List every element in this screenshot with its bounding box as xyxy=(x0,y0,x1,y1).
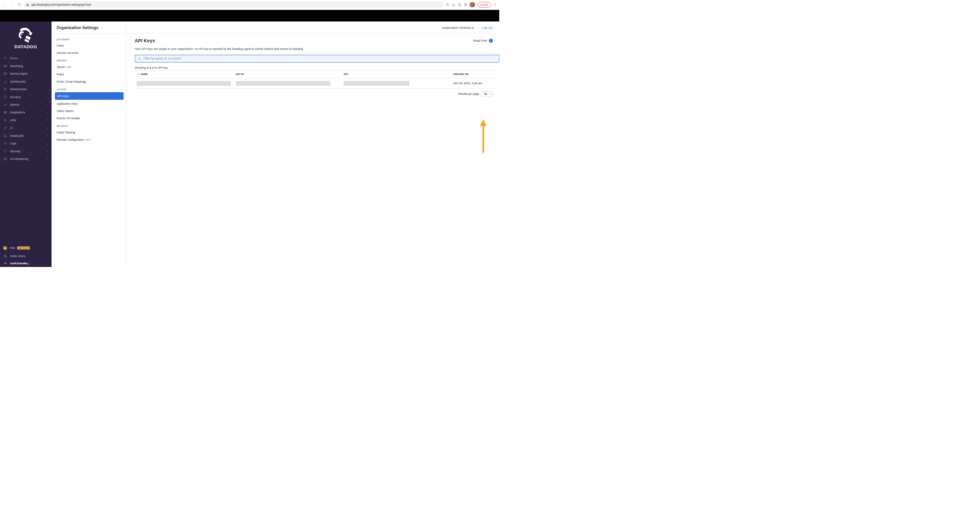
settings-item-events-api-emails[interactable]: Events API Emails xyxy=(51,115,126,122)
settings-title[interactable]: Organization Settings xyxy=(51,21,126,34)
nav-item-label: Go to... xyxy=(10,56,19,60)
nav-item-notebooks[interactable]: Notebooks▸ xyxy=(0,132,51,139)
nav-forward-button[interactable] xyxy=(9,2,14,8)
nav-item-dashboards[interactable]: Dashboards▸ xyxy=(0,78,51,85)
nav-item-apm[interactable]: APM▸ xyxy=(0,116,51,124)
settings-group-title: ACCOUNTS xyxy=(51,35,126,42)
nav-item-metrics[interactable]: Metrics▸ xyxy=(0,101,51,108)
nav-item-go-to-[interactable]: Go to... xyxy=(0,54,51,62)
search-field[interactable] xyxy=(135,55,500,62)
book-icon xyxy=(3,134,7,137)
search-input[interactable] xyxy=(143,57,496,60)
settings-item-application-keys[interactable]: Application Keys xyxy=(51,100,126,107)
nav-invite-users[interactable]: Invite Users xyxy=(0,252,51,260)
help-icon[interactable]: ? xyxy=(489,39,493,42)
col-key-header[interactable]: KEY xyxy=(344,73,453,76)
nav-item-monitors[interactable]: Monitors▸ xyxy=(0,93,51,101)
nav-item-label: Integrations xyxy=(10,111,25,114)
nav-item-label: Logs xyxy=(10,142,16,145)
bars-icon xyxy=(3,118,7,122)
table-footer: Results per page: 50 xyxy=(135,89,500,97)
svg-point-25 xyxy=(4,158,6,160)
chevron-right-icon: ▸ xyxy=(47,96,48,98)
chevron-right-icon: ▸ xyxy=(47,142,48,145)
nav-user-label: scott.breudec... xyxy=(10,262,30,265)
svg-line-30 xyxy=(140,59,140,59)
nav-help[interactable]: ? Help NEW STUFF xyxy=(0,244,51,252)
settings-item-api-keys[interactable]: API Keys xyxy=(55,92,124,99)
chevron-right-icon: ▸ xyxy=(47,73,48,75)
col-name-header[interactable]: NAME xyxy=(137,73,236,76)
svg-point-24 xyxy=(5,159,6,159)
share-icon[interactable] xyxy=(451,3,455,6)
settings-item-label: Client Tokens xyxy=(57,109,74,113)
chevron-right-icon: ▸ xyxy=(47,150,48,152)
settings-title-text: Organization Settings xyxy=(57,25,98,30)
svg-point-6 xyxy=(4,66,5,67)
settings-item-service-accounts[interactable]: Service Accounts xyxy=(51,49,126,56)
svg-point-26 xyxy=(4,255,5,256)
settings-item-label: Teams xyxy=(57,65,65,69)
settings-item-users[interactable]: Users xyxy=(51,42,126,49)
settings-item-teams[interactable]: TeamsNEW xyxy=(51,64,126,71)
main-content: Organization: Embrace.io Log Out API Key… xyxy=(126,21,499,267)
settings-item-roles[interactable]: Roles xyxy=(51,71,126,78)
results-per-page-label: Results per page: xyxy=(458,92,479,96)
settings-item-label: Events API Emails xyxy=(57,116,80,120)
chevron-right-icon: ▸ xyxy=(47,88,48,91)
nav-back-button[interactable] xyxy=(1,2,7,8)
gauge-icon xyxy=(3,95,7,99)
svg-point-29 xyxy=(138,57,140,59)
settings-group-title: ACCESS xyxy=(51,85,126,92)
brand-logo[interactable]: DATADOG xyxy=(0,24,51,54)
nav-item-label: Notebooks xyxy=(10,134,24,137)
divider xyxy=(478,25,479,29)
chevron-down-icon xyxy=(100,26,103,29)
star-icon[interactable] xyxy=(458,3,461,6)
settings-item-public-sharing[interactable]: Public Sharing xyxy=(51,129,126,136)
nav-item-label: Metrics xyxy=(10,103,19,107)
browser-menu-icon[interactable] xyxy=(493,3,496,6)
settings-item-saml-group-mappings[interactable]: SAML Group Mappings xyxy=(51,78,126,85)
reload-button[interactable] xyxy=(16,2,22,8)
new-stuff-badge: NEW STUFF xyxy=(17,247,30,250)
table-row[interactable]: Nov 30, 2022, 9:30 am xyxy=(135,79,500,89)
nav-item-label: Infrastructure xyxy=(10,88,27,91)
logout-link[interactable]: Log Out xyxy=(482,26,493,29)
settings-item-label: Roles xyxy=(57,73,64,76)
nav-current-user[interactable]: scott.breudec... xyxy=(0,260,51,267)
badge: NEW xyxy=(67,66,72,68)
update-button[interactable]: Update xyxy=(477,2,491,8)
col-created-header[interactable]: CREATED ON xyxy=(453,73,498,76)
nav-item-integrations[interactable]: Integrations▸ xyxy=(0,109,51,116)
nav-item-security[interactable]: Security▸ xyxy=(0,147,51,155)
table-header: NAME KEY ID KEY CREATED ON xyxy=(135,71,500,78)
profile-avatar[interactable] xyxy=(469,2,475,7)
showing-count: Showing 1–1 of 1 API Key xyxy=(135,66,500,69)
nav-item-ux-monitoring[interactable]: UX Monitoring▸ xyxy=(0,155,51,162)
settings-item-client-tokens[interactable]: Client Tokens xyxy=(51,107,126,115)
redacted-keyid xyxy=(236,81,330,86)
panel-icon[interactable] xyxy=(464,3,468,6)
settings-item-remote-configuration[interactable]: Remote ConfigurationBETA xyxy=(51,136,126,143)
nav-item-service-mgmt[interactable]: Service Mgmt▸ xyxy=(0,70,51,78)
nav-item-label: Dashboards xyxy=(10,80,26,83)
svg-rect-9 xyxy=(6,65,6,66)
nav-item-ci[interactable]: CI▸ xyxy=(0,124,51,132)
panel-icon xyxy=(3,72,7,76)
nav-item-label: Security xyxy=(10,150,21,153)
link-icon xyxy=(3,126,7,130)
svg-rect-10 xyxy=(4,73,6,75)
col-keyid-header[interactable]: KEY ID xyxy=(236,73,344,76)
settings-item-label: API Keys xyxy=(57,94,69,98)
results-per-page-select[interactable]: 50 xyxy=(482,91,492,97)
address-bar[interactable]: app.datadoghq.com/organization-settings/… xyxy=(24,1,444,8)
nav-item-infrastructure[interactable]: Infrastructure▸ xyxy=(0,85,51,93)
nav-item-logs[interactable]: Logs▸ xyxy=(0,139,51,147)
badge: BETA xyxy=(86,139,92,141)
google-icon[interactable] xyxy=(445,3,449,6)
help-icon: ? xyxy=(3,246,7,250)
cell-created: Nov 30, 2022, 9:30 am xyxy=(453,81,498,85)
puzzle-icon xyxy=(3,111,7,114)
nav-item-watchdog[interactable]: Watchdog xyxy=(0,62,51,70)
